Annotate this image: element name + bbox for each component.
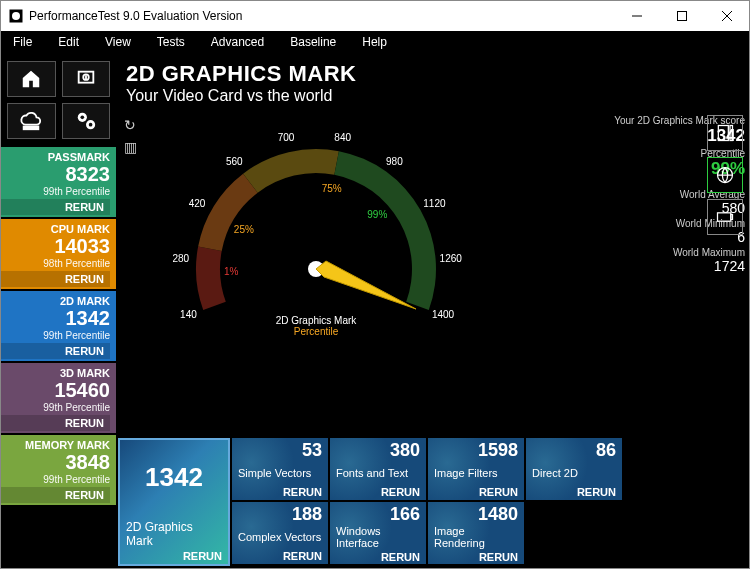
sub-test-label: Image Filters [434, 467, 518, 479]
nav-info-icon[interactable] [62, 61, 111, 97]
sub-test-label: Direct 2D [532, 467, 616, 479]
summary-score: 14033 [1, 235, 110, 258]
sub-test-rerun[interactable]: RERUN [434, 486, 518, 498]
summary-rerun[interactable]: RERUN [1, 415, 110, 431]
menubar: File Edit View Tests Advanced Baseline H… [1, 31, 749, 53]
gauge-pct-label: 25% [234, 224, 254, 235]
svg-point-9 [89, 123, 93, 127]
sub-test-card[interactable]: 53 Simple Vectors RERUN [232, 438, 328, 500]
minimize-button[interactable] [614, 1, 659, 31]
gauge-tick: 700 [278, 132, 295, 143]
svg-point-7 [80, 116, 84, 120]
sub-test-card[interactable]: 1598 Image Filters RERUN [428, 438, 524, 500]
menu-advanced[interactable]: Advanced [203, 35, 282, 49]
window-title: PerformanceTest 9.0 Evaluation Version [29, 9, 242, 23]
stats-max: 1724 [584, 258, 745, 274]
page-subtitle: Your Video Card vs the world [126, 87, 739, 105]
gauge-pct-label: 1% [224, 266, 238, 277]
sub-test-score: 1480 [434, 504, 518, 525]
summary-score: 3848 [1, 451, 110, 474]
sub-test-rerun[interactable]: RERUN [532, 486, 616, 498]
summary-rerun[interactable]: RERUN [1, 487, 110, 503]
summary-label: CPU MARK [1, 223, 110, 235]
summary-score: 8323 [1, 163, 110, 186]
main-test-card[interactable]: 1342 2D Graphics Mark RERUN [118, 438, 230, 566]
sub-test-card[interactable]: 166 Windows Interface RERUN [330, 502, 426, 564]
card-icon[interactable] [707, 199, 743, 235]
summary-score: 1342 [1, 307, 110, 330]
menu-help[interactable]: Help [354, 35, 405, 49]
sidebar: PASSMARK 8323 99th Percentile RERUNCPU M… [1, 53, 116, 568]
svg-rect-12 [718, 126, 728, 141]
menu-tests[interactable]: Tests [149, 35, 203, 49]
svg-rect-16 [731, 215, 733, 220]
menu-view[interactable]: View [97, 35, 149, 49]
sub-test-score: 86 [532, 440, 616, 461]
globe-icon[interactable] [707, 157, 743, 193]
gauge-pct-label: 75% [322, 183, 342, 194]
summary-pct: 99th Percentile [1, 330, 110, 341]
gauge-tick: 840 [334, 132, 351, 143]
main-test-score: 1342 [126, 462, 222, 493]
summary-score: 15460 [1, 379, 110, 402]
summary-card[interactable]: 2D MARK 1342 99th Percentile RERUN [1, 291, 116, 361]
gauge-tick: 280 [172, 253, 189, 264]
summary-pct: 99th Percentile [1, 402, 110, 413]
summary-label: PASSMARK [1, 151, 110, 163]
sub-test-label: Fonts and Text [336, 467, 420, 479]
gauge: 1402804205607008409801120126014001%25%75… [166, 109, 466, 349]
svg-rect-13 [730, 126, 733, 141]
menu-edit[interactable]: Edit [50, 35, 97, 49]
summary-rerun[interactable]: RERUN [1, 271, 110, 287]
svg-marker-11 [316, 261, 416, 309]
sub-test-card[interactable]: 188 Complex Vectors RERUN [232, 502, 328, 564]
menu-file[interactable]: File [5, 35, 50, 49]
summary-rerun[interactable]: RERUN [1, 199, 110, 215]
stats-max-label: World Maximum [584, 247, 745, 258]
summary-card[interactable]: CPU MARK 14033 98th Percentile RERUN [1, 219, 116, 289]
summary-label: 3D MARK [1, 367, 110, 379]
sub-test-score: 1598 [434, 440, 518, 461]
svg-rect-5 [24, 127, 39, 130]
summary-pct: 99th Percentile [1, 186, 110, 197]
main-test-label: 2D Graphics Mark [126, 520, 222, 548]
gauge-tick: 1120 [423, 198, 445, 209]
sub-test-rerun[interactable]: RERUN [238, 486, 322, 498]
sub-test-rerun[interactable]: RERUN [336, 551, 420, 563]
close-button[interactable] [704, 1, 749, 31]
summary-card[interactable]: MEMORY MARK 3848 99th Percentile RERUN [1, 435, 116, 505]
sub-test-label: Complex Vectors [238, 531, 322, 543]
summary-label: 2D MARK [1, 295, 110, 307]
tests-grid: 1342 2D Graphics Mark RERUN 53 Simple Ve… [116, 436, 749, 568]
sub-test-label: Image Rendering [434, 525, 518, 549]
nav-settings-icon[interactable] [62, 103, 111, 139]
sub-test-card[interactable]: 1480 Image Rendering RERUN [428, 502, 524, 564]
page-header: 2D GRAPHICS MARK Your Video Card vs the … [116, 53, 749, 109]
main-test-rerun[interactable]: RERUN [126, 550, 222, 562]
save-icon[interactable] [707, 115, 743, 151]
sub-test-score: 53 [238, 440, 322, 461]
svg-point-1 [12, 12, 20, 20]
sub-test-score: 166 [336, 504, 420, 525]
summary-label: MEMORY MARK [1, 439, 110, 451]
refresh-icon[interactable]: ↻ [124, 117, 137, 133]
menu-baseline[interactable]: Baseline [282, 35, 354, 49]
sub-test-card[interactable]: 380 Fonts and Text RERUN [330, 438, 426, 500]
summary-rerun[interactable]: RERUN [1, 343, 110, 359]
app-icon [9, 9, 23, 23]
sub-test-rerun[interactable]: RERUN [336, 486, 420, 498]
sub-test-label: Windows Interface [336, 525, 420, 549]
sub-test-card[interactable]: 86 Direct 2D RERUN [526, 438, 622, 500]
nav-home-icon[interactable] [7, 61, 56, 97]
summary-card[interactable]: 3D MARK 15460 99th Percentile RERUN [1, 363, 116, 433]
chart-icon[interactable]: ▥ [124, 139, 137, 155]
gauge-tick: 1260 [440, 253, 462, 264]
maximize-button[interactable] [659, 1, 704, 31]
summary-card[interactable]: PASSMARK 8323 99th Percentile RERUN [1, 147, 116, 217]
svg-rect-15 [718, 213, 731, 221]
nav-upload-icon[interactable] [7, 103, 56, 139]
sub-test-rerun[interactable]: RERUN [238, 550, 322, 562]
gauge-pct-label: 99% [367, 209, 387, 220]
sub-test-rerun[interactable]: RERUN [434, 551, 518, 563]
titlebar: PerformanceTest 9.0 Evaluation Version [1, 1, 749, 31]
